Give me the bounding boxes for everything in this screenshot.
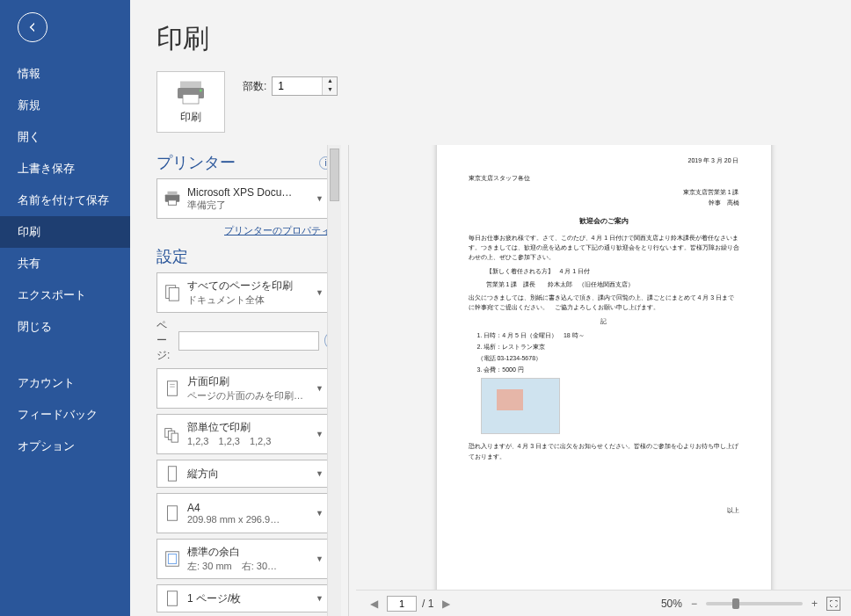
copies-spinner: ▲ ▼ xyxy=(322,77,337,95)
collate-select[interactable]: 部単位で印刷 1,2,3 1,2,3 1,2,3 ▼ xyxy=(156,414,332,454)
nav-label: エクスポート xyxy=(18,288,86,301)
copies-control: 部数: ▲ ▼ xyxy=(243,76,338,96)
nav-item-open[interactable]: 開く xyxy=(0,121,130,153)
nav-label: 閉じる xyxy=(18,320,52,333)
back-button[interactable] xyxy=(18,12,47,42)
orient-line1: 縦方向 xyxy=(187,467,312,482)
svg-rect-6 xyxy=(168,200,176,206)
svg-rect-5 xyxy=(168,192,178,195)
print-scope-select[interactable]: すべてのページを印刷 ドキュメント全体 ▼ xyxy=(156,272,332,313)
preview-footer: ◀ / 1 ▶ 50% − + ⛶ xyxy=(356,590,851,616)
preview-canvas: 2019 年 3 月 20 日 東京支店スタッフ各位 東京支店営業第 1 課 幹… xyxy=(356,145,851,590)
nav-item-feedback[interactable]: フィードバック xyxy=(0,399,130,431)
print-preview-pane: 2019 年 3 月 20 日 東京支店スタッフ各位 東京支店営業第 1 課 幹… xyxy=(356,145,851,616)
nav-label: 上書き保存 xyxy=(18,162,75,175)
margins-select[interactable]: 標準の余白 左: 30 mm 右: 30… ▼ xyxy=(156,539,332,579)
paper-size-select[interactable]: A4 209.98 mm x 296.9… ▼ xyxy=(156,493,332,533)
printer-properties-link[interactable]: プリンターのプロパティ xyxy=(224,225,331,236)
collate-line2: 1,2,3 1,2,3 1,2,3 xyxy=(187,435,312,448)
svg-rect-19 xyxy=(168,591,178,606)
settings-scrollbar[interactable] xyxy=(327,145,341,616)
preview-page: 2019 年 3 月 20 日 東京支店スタッフ各位 東京支店営業第 1 課 幹… xyxy=(437,145,771,590)
duplex-select[interactable]: 片面印刷 ページの片面のみを印刷… ▼ xyxy=(156,368,332,409)
nav-item-export[interactable]: エクスポート xyxy=(0,279,130,311)
nav-item-options[interactable]: オプション xyxy=(0,431,130,462)
doc-body1: 毎日お仕事お疲れ様です。さて、このたび、4 月 1 日付けで関西支店より鈴木課長… xyxy=(469,233,739,263)
copies-down[interactable]: ▼ xyxy=(323,86,337,95)
svg-rect-9 xyxy=(168,381,178,396)
zoom-in-button[interactable]: + xyxy=(808,598,821,610)
next-page-button[interactable]: ▶ xyxy=(439,598,454,610)
current-page-input[interactable] xyxy=(387,596,417,612)
doc-note: 【新しく着任される方】 4 月 1 日付 xyxy=(486,266,739,276)
nav-label: フィードバック xyxy=(18,408,98,421)
nav-label: 開く xyxy=(18,130,40,143)
printer-select[interactable]: Microsoft XPS Docu… 準備完了 ▼ xyxy=(156,178,332,219)
doc-body2: 出欠につきましては、別紙に書き込んで頂き、課内で回覧の上、課ごとにまとめて 4 … xyxy=(469,293,739,312)
scrollbar-thumb[interactable] xyxy=(330,149,339,201)
nav-item-new[interactable]: 新規 xyxy=(0,90,130,121)
print-backstage: 印刷 印刷 部数: ▲ ▼ xyxy=(130,0,851,616)
zoom-slider[interactable] xyxy=(706,602,803,605)
nav-item-print[interactable]: 印刷 xyxy=(0,216,130,248)
margins-line2: 左: 30 mm 右: 30… xyxy=(187,560,312,573)
ppsheet-line1: 1 ページ/枚 xyxy=(187,591,312,606)
copies-input[interactable] xyxy=(273,77,322,95)
doc-closing: 恐れ入りますが、4 月 3 日までに出欠をお知らせください。皆様のご参加を心より… xyxy=(469,441,739,460)
doc-li3: 3. 会費：5000 円 xyxy=(477,366,739,374)
duplex-line1: 片面印刷 xyxy=(187,374,312,389)
print-button[interactable]: 印刷 xyxy=(156,71,225,133)
page-title: 印刷 xyxy=(156,21,851,57)
nav-item-saveas[interactable]: 名前を付けて保存 xyxy=(0,185,130,216)
nav-label: オプション xyxy=(18,439,75,453)
copies-up[interactable]: ▲ xyxy=(323,77,337,86)
nav-spacer xyxy=(0,343,130,367)
portrait-icon xyxy=(157,464,187,483)
nav-label: 共有 xyxy=(18,257,40,270)
margins-icon xyxy=(157,549,187,569)
zoom-percent-label: 50% xyxy=(661,598,682,610)
svg-rect-8 xyxy=(169,288,178,301)
paper-line2: 209.98 mm x 296.9… xyxy=(187,514,312,525)
nav-item-account[interactable]: アカウント xyxy=(0,367,130,399)
pages-all-icon xyxy=(157,283,187,302)
duplex-line2: ページの片面のみを印刷… xyxy=(187,389,312,402)
column-divider xyxy=(348,145,349,616)
svg-point-3 xyxy=(200,89,202,91)
nav-label: 情報 xyxy=(18,67,40,80)
svg-rect-15 xyxy=(168,467,176,482)
paper-icon xyxy=(157,504,187,523)
arrow-left-icon xyxy=(25,20,40,34)
printer-name: Microsoft XPS Docu… xyxy=(187,186,312,199)
zoom-slider-thumb[interactable] xyxy=(732,598,739,609)
printer-icon xyxy=(175,80,207,106)
doc-date: 2019 年 3 月 20 日 xyxy=(469,156,739,165)
margins-line1: 標準の余白 xyxy=(187,545,312,560)
doc-ijou: 以上 xyxy=(727,506,739,515)
doc-names: 営業第 1 課 課長 鈴木太郎 （旧任地関西支店） xyxy=(486,279,739,289)
doc-from2: 幹事 高橋 xyxy=(469,199,739,207)
fit-page-button[interactable]: ⛶ xyxy=(826,597,840,611)
svg-rect-0 xyxy=(180,81,201,88)
orientation-select[interactable]: 縦方向 ▼ xyxy=(156,460,332,488)
one-sided-icon xyxy=(157,379,187,398)
nav-label: 名前を付けて保存 xyxy=(18,193,109,207)
print-button-label: 印刷 xyxy=(180,110,201,125)
doc-from1: 東京支店営業第 1 課 xyxy=(469,188,739,197)
nav-item-close[interactable]: 閉じる xyxy=(0,311,130,343)
nav-item-save[interactable]: 上書き保存 xyxy=(0,153,130,185)
pages-label: ページ: xyxy=(156,318,175,363)
doc-ki: 記 xyxy=(469,317,739,326)
svg-rect-16 xyxy=(168,506,178,521)
print-settings-panel: プリンター i Microsoft XPS Docu… 準備完了 ▼ プリンター… xyxy=(130,145,341,616)
pages-input[interactable] xyxy=(178,331,319,351)
pages-per-sheet-select[interactable]: 1 ページ/枚 ▼ xyxy=(156,584,332,612)
scope-line2: ドキュメント全体 xyxy=(187,294,312,307)
collate-line1: 部単位で印刷 xyxy=(187,420,312,435)
one-per-sheet-icon xyxy=(157,589,187,608)
prev-page-button[interactable]: ◀ xyxy=(367,598,382,610)
svg-rect-2 xyxy=(183,94,199,104)
nav-item-share[interactable]: 共有 xyxy=(0,248,130,279)
zoom-out-button[interactable]: − xyxy=(687,598,701,610)
nav-item-info[interactable]: 情報 xyxy=(0,58,130,90)
